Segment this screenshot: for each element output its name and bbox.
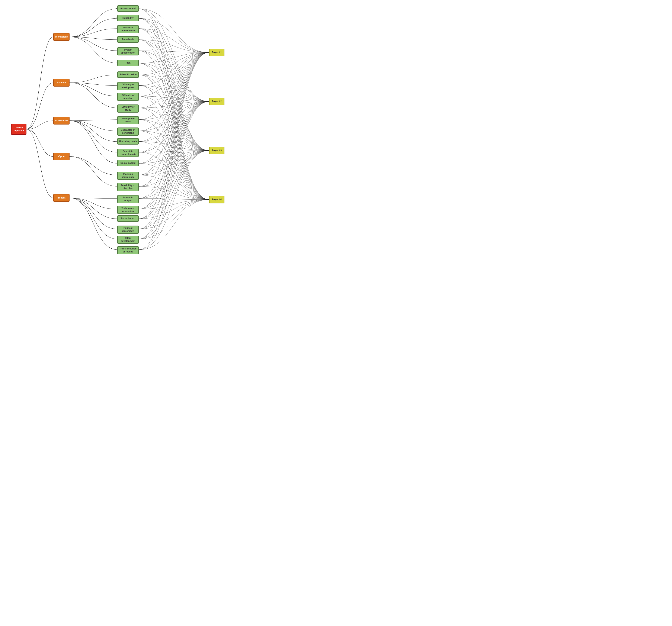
project-node-proj1: Project 1 <box>209 49 224 56</box>
leaf-node-sci_output: Scientificoutput <box>117 195 139 203</box>
root-node: Overallobjective <box>11 124 26 135</box>
mid-node-technology: Technology <box>53 33 70 41</box>
leaf-node-social_impact: Social impact <box>117 215 139 222</box>
leaf-node-transform: Transformationof results <box>117 246 139 254</box>
leaf-node-talent_dev: Talentdevelopment <box>117 235 139 244</box>
mid-node-science: Science <box>53 79 70 86</box>
leaf-node-reliability: Reliability <box>117 15 139 21</box>
leaf-node-sys_spec: Systemspecification <box>117 47 139 55</box>
leaf-node-social_cap: Social capital <box>117 160 139 166</box>
mid-node-cycle: Cycle <box>53 153 70 160</box>
leaf-node-dev_costs: Developmentcosts <box>117 116 139 124</box>
mid-node-expenditure: Expenditure <box>53 117 70 125</box>
leaf-node-sci_res_costs: Scientificresearch costs <box>117 149 139 157</box>
project-node-proj3: Project 3 <box>209 147 224 154</box>
leaf-node-resource_req: Resourcerequirements <box>117 25 139 33</box>
leaf-node-plan_comp: Planningcompliance <box>117 172 139 180</box>
leaf-node-diff_study: Difficulty ofstudy <box>117 104 139 112</box>
leaf-node-risk: Risk <box>117 60 139 66</box>
leaf-node-guar_cond: Guarantee ofconditions <box>117 127 139 135</box>
mid-node-benefit: Benefit <box>53 194 70 202</box>
leaf-node-oper_costs: Operating costs <box>117 138 139 145</box>
leaf-node-feasibility: Feasibility ofthe plan <box>117 183 139 191</box>
project-node-proj4: Project 4 <box>209 196 224 203</box>
leaf-node-tech_promo: Technologypromotion <box>117 206 139 214</box>
leaf-node-polit_dipl: Politicaldiplomacy <box>117 226 139 234</box>
leaf-node-diff_det: Difficulty ofdetection <box>117 93 139 101</box>
project-node-proj2: Project 2 <box>209 98 224 105</box>
leaf-node-diff_dev: Difficulty ofdevelopment <box>117 82 139 90</box>
leaf-node-advancement: Advancement <box>117 5 139 12</box>
leaf-node-team_basis: Team basis <box>117 36 139 43</box>
leaf-node-sci_value: Scientific value <box>117 71 139 78</box>
